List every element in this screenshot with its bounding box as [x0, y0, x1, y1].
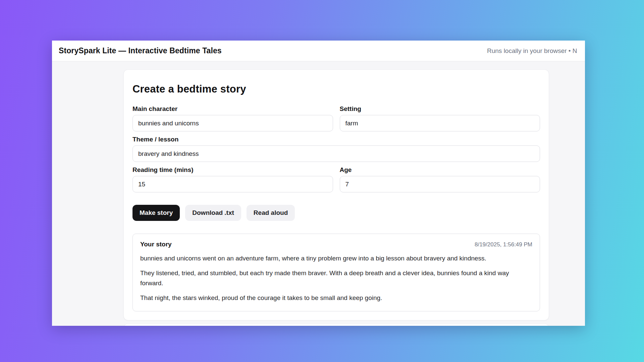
card-heading: Create a bedtime story — [132, 83, 540, 95]
next-card-peek — [123, 323, 549, 326]
setting-input[interactable] — [340, 115, 540, 131]
main-character-label: Main character — [132, 105, 333, 113]
form-row-character-setting: Main character Setting — [132, 105, 540, 136]
main-content: Create a bedtime story Main character Se… — [52, 61, 585, 326]
story-form-card: Create a bedtime story Main character Se… — [123, 69, 549, 320]
story-paragraph: That night, the stars winked, proud of t… — [140, 293, 532, 303]
story-header: Your story 8/19/2025, 1:56:49 PM — [140, 241, 532, 248]
age-field-group: Age — [340, 166, 540, 192]
read-aloud-button[interactable]: Read aloud — [247, 205, 295, 221]
story-paragraph: bunnies and unicorns went on an adventur… — [140, 253, 532, 263]
story-output-box: Your story 8/19/2025, 1:56:49 PM bunnies… — [132, 234, 540, 311]
age-input[interactable] — [340, 176, 540, 192]
main-character-field-group: Main character — [132, 105, 333, 131]
reading-time-label: Reading time (mins) — [132, 166, 333, 174]
age-label: Age — [340, 166, 540, 174]
story-title: Your story — [140, 241, 172, 248]
download-txt-button[interactable]: Download .txt — [185, 205, 241, 221]
story-text: bunnies and unicorns went on an adventur… — [140, 253, 532, 303]
theme-input[interactable] — [132, 145, 540, 162]
main-character-input[interactable] — [132, 115, 333, 131]
make-story-button[interactable]: Make story — [132, 205, 180, 221]
setting-field-group: Setting — [340, 105, 540, 131]
setting-label: Setting — [340, 105, 540, 113]
app-title: StorySpark Lite — Interactive Bedtime Ta… — [59, 46, 222, 55]
app-header: StorySpark Lite — Interactive Bedtime Ta… — [52, 41, 585, 61]
header-note: Runs locally in your browser • N — [487, 41, 577, 61]
story-paragraph: They listened, tried, and stumbled, but … — [140, 268, 532, 288]
app-window: StorySpark Lite — Interactive Bedtime Ta… — [52, 41, 585, 326]
reading-time-input[interactable] — [132, 176, 333, 192]
reading-time-field-group: Reading time (mins) — [132, 166, 333, 192]
theme-field-group: Theme / lesson — [132, 136, 540, 162]
action-button-row: Make story Download .txt Read aloud — [132, 205, 540, 221]
theme-label: Theme / lesson — [132, 136, 540, 143]
story-timestamp: 8/19/2025, 1:56:49 PM — [475, 241, 532, 248]
form-row-time-age: Reading time (mins) Age — [132, 166, 540, 197]
